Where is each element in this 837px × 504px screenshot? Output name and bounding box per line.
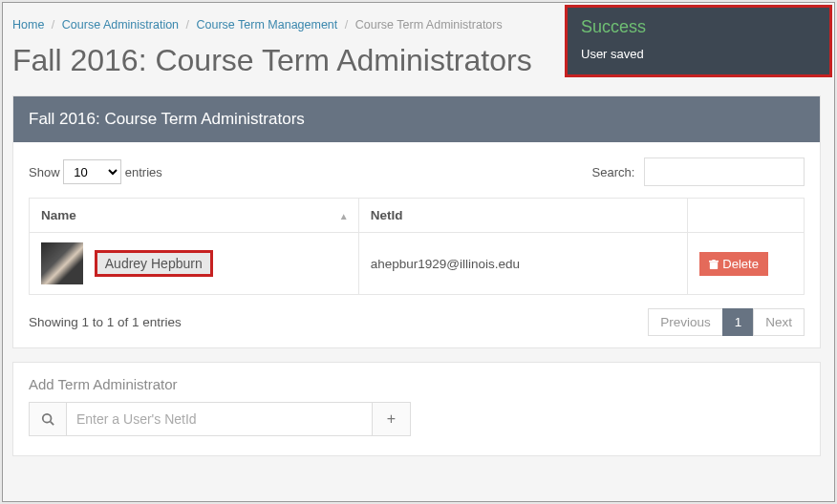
breadcrumb-sep: / xyxy=(186,18,189,32)
delete-label: Delete xyxy=(722,257,759,271)
breadcrumb-sep: / xyxy=(345,18,348,32)
plus-icon: + xyxy=(387,410,396,428)
delete-button[interactable]: Delete xyxy=(699,252,768,276)
svg-line-4 xyxy=(51,422,54,426)
toast-title: Success xyxy=(581,17,816,37)
add-button[interactable]: + xyxy=(373,402,411,436)
breadcrumb-current: Course Term Administrators xyxy=(355,18,503,32)
breadcrumb-sep: / xyxy=(52,18,54,32)
svg-rect-0 xyxy=(710,262,718,269)
admins-table: Name ▲ NetId xyxy=(29,198,805,295)
length-control: Show 10 entries xyxy=(29,159,162,184)
col-header-actions xyxy=(688,199,805,233)
col-header-netid-label: NetId xyxy=(371,208,403,222)
breadcrumb-course-admin[interactable]: Course Administration xyxy=(62,18,179,32)
svg-point-3 xyxy=(43,414,52,423)
svg-rect-2 xyxy=(713,260,716,261)
search-label: Search: xyxy=(592,165,635,179)
pager: Previous 1 Next xyxy=(649,308,805,336)
toast-message: User saved xyxy=(581,47,816,61)
app-window: Success User saved Home / Course Adminis… xyxy=(2,2,835,502)
trash-icon xyxy=(709,259,719,269)
show-label-pre: Show xyxy=(29,165,60,179)
user-netid: ahepbur1929@illinois.edu xyxy=(358,233,688,295)
breadcrumb-home[interactable]: Home xyxy=(12,18,44,32)
pager-next[interactable]: Next xyxy=(753,308,805,336)
user-name[interactable]: Audrey Hepburn xyxy=(95,250,213,277)
toast-success: Success User saved xyxy=(565,5,832,77)
pager-prev[interactable]: Previous xyxy=(648,308,723,336)
col-header-name[interactable]: Name ▲ xyxy=(30,199,359,233)
col-header-name-label: Name xyxy=(41,208,76,222)
search-icon xyxy=(29,402,67,436)
breadcrumb-term-mgmt[interactable]: Course Term Management xyxy=(197,18,338,32)
search-control: Search: xyxy=(592,158,805,186)
avatar xyxy=(41,242,83,284)
table-row: Audrey Hepburn ahepbur1929@illinois.edu … xyxy=(30,233,805,295)
add-admin-panel: Add Term Administrator + xyxy=(12,362,821,456)
panel-header: Fall 2016: Course Term Administrators xyxy=(13,96,820,142)
table-info: Showing 1 to 1 of 1 entries xyxy=(29,315,182,329)
sort-asc-icon: ▲ xyxy=(339,210,349,220)
add-admin-title: Add Term Administrator xyxy=(29,376,805,392)
show-label-post: entries xyxy=(125,165,162,179)
netid-input[interactable] xyxy=(67,402,373,436)
pager-page-1[interactable]: 1 xyxy=(722,308,755,336)
length-select[interactable]: 10 xyxy=(63,159,121,184)
col-header-netid[interactable]: NetId xyxy=(358,199,688,233)
admins-panel: Fall 2016: Course Term Administrators Sh… xyxy=(12,95,821,348)
add-admin-input-group: + xyxy=(29,402,411,436)
search-input[interactable] xyxy=(644,158,805,186)
